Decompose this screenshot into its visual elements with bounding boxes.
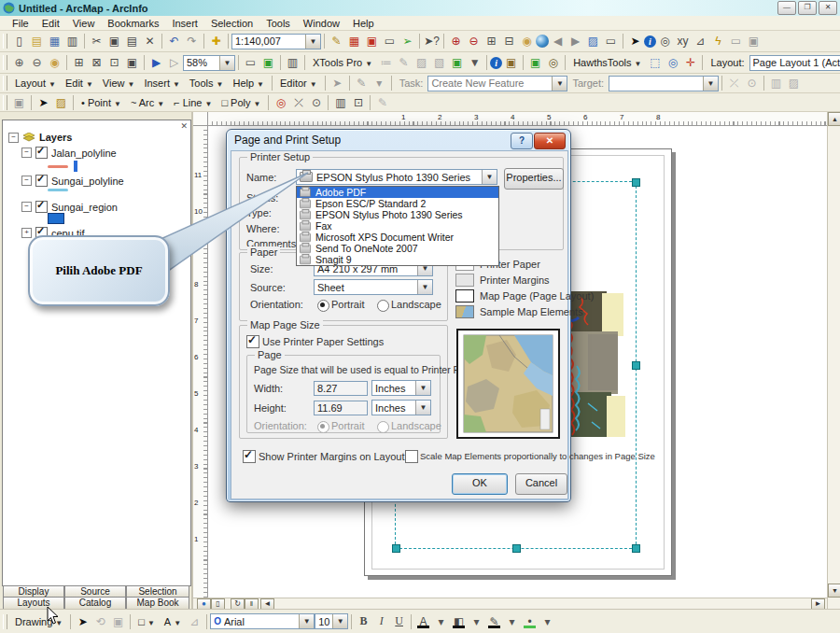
target-combo[interactable]: ▼ — [609, 76, 719, 91]
printer-option-adobe-pdf[interactable]: Adobe PDF — [297, 187, 498, 198]
printer-name-combo[interactable]: EPSON Stylus Photo 1390 Series ▼ — [296, 169, 497, 185]
printer-option-xps[interactable]: Microsoft XPS Document Writer — [297, 232, 498, 243]
minimize-button[interactable]: — — [777, 1, 796, 15]
layout-zoom-out-button[interactable]: ⊖ — [28, 54, 46, 71]
italic-button[interactable]: I — [372, 613, 390, 630]
measure-button[interactable]: ⊿ — [692, 33, 709, 49]
undo-button[interactable]: ↶ — [165, 33, 183, 49]
forward-extent-button[interactable]: ▶ — [567, 33, 584, 49]
task-combo[interactable]: Create New Feature▼ — [427, 76, 567, 91]
vertical-scrollbar[interactable]: ▲ ▼ — [827, 112, 840, 609]
layout-zoom-in-button[interactable]: ⊕ — [10, 54, 28, 71]
dropdown-arrow-icon[interactable]: ▼ — [332, 614, 347, 628]
dropdown-arrow-icon[interactable]: ▼ — [219, 56, 234, 70]
height-units-combo[interactable]: Inches ▼ — [371, 400, 431, 415]
tab-catalog[interactable]: Catalog — [64, 597, 126, 610]
print-button[interactable]: ▥ — [63, 33, 81, 49]
collapse-icon[interactable]: − — [21, 148, 32, 158]
sketch-tool-button[interactable]: ✎ — [353, 75, 371, 91]
jalan-symbol[interactable] — [48, 161, 77, 172]
layer-export-button[interactable]: ▣ — [526, 54, 544, 71]
use-printer-paper-checkbox[interactable] — [246, 335, 259, 348]
edit-vertices-button[interactable]: ⊿ — [186, 613, 203, 630]
printer-option-epson-escp[interactable]: Epson ESC/P Standard 2 — [297, 198, 498, 209]
layout-label[interactable]: Layout: — [706, 57, 749, 68]
xtools-edit-icon[interactable]: ✎ — [395, 54, 413, 71]
xtools-menu[interactable]: XTools Pro▼ — [308, 57, 377, 68]
fill-color-button[interactable]: ◧ — [450, 613, 468, 630]
search-button[interactable]: ◎ — [544, 54, 562, 71]
zoom-in-button[interactable]: ⊕ — [447, 33, 465, 49]
sketch-properties-button[interactable]: ▨ — [785, 75, 803, 91]
viewer-button[interactable]: ▣ — [745, 33, 763, 49]
collapse-icon[interactable]: − — [21, 202, 32, 212]
expand-icon[interactable]: + — [21, 228, 32, 238]
draw-zoom-button[interactable]: ▣ — [109, 613, 127, 630]
dropdown-arrow-icon[interactable]: ▼ — [482, 170, 497, 184]
line-color-button[interactable]: ✎ — [485, 613, 503, 630]
scroll-down-arrow[interactable]: ▼ — [828, 584, 840, 598]
save-button[interactable]: ▦ — [46, 33, 63, 49]
target-label[interactable]: Target: — [567, 77, 609, 89]
pan-button[interactable]: ◉ — [518, 33, 536, 49]
toggle-draft-button[interactable]: ▭ — [242, 54, 259, 71]
underline-button[interactable]: U — [390, 613, 408, 630]
dropdown-arrow-icon[interactable]: ▼ — [417, 280, 432, 294]
sketch-tool-arrow[interactable]: ▾ — [371, 75, 388, 91]
layout-pan-button[interactable]: ◉ — [46, 54, 63, 71]
toc-close-icon[interactable]: ✕ — [180, 121, 188, 131]
xtools-green-icon[interactable]: ▣ — [448, 54, 466, 71]
cut-button[interactable]: ✂ — [88, 33, 105, 49]
find-button[interactable]: ◎ — [656, 33, 674, 49]
properties-button[interactable]: Properties... — [504, 168, 564, 190]
printer-option-epson-stylus[interactable]: EPSON Stylus Photo 1390 Series — [297, 209, 498, 220]
arctoolbox-icon[interactable]: ▣ — [363, 33, 381, 49]
shape-tool[interactable]: □▼ — [133, 616, 160, 627]
fill-color-arrow[interactable]: ▾ — [468, 613, 485, 630]
menu-insert[interactable]: Insert — [165, 18, 204, 29]
menu-bookmarks[interactable]: Bookmarks — [101, 18, 165, 29]
restore-button[interactable]: ❐ — [798, 1, 817, 15]
xtools-clip-icon[interactable]: ▧ — [430, 54, 448, 71]
layout-combo[interactable]: Page Layout 1 (Active)▼ — [749, 55, 840, 71]
printer-option-onenote[interactable]: Send To OneNote 2007 — [297, 243, 498, 254]
dropdown-arrow-icon[interactable]: ▼ — [299, 614, 314, 628]
tab-map-book[interactable]: Map Book — [126, 597, 189, 610]
info-green-button[interactable]: i — [490, 57, 502, 69]
font-size-combo[interactable]: 10▼ — [315, 613, 348, 629]
attributes-table-button[interactable]: ▥ — [331, 94, 349, 111]
open-button[interactable]: ▤ — [28, 33, 46, 49]
dropdown-arrow-icon[interactable]: ▼ — [305, 35, 320, 49]
edit-menu[interactable]: Edit▼ — [61, 77, 98, 89]
go-back-extent-button[interactable]: ▶ — [147, 54, 165, 71]
scale-elements-checkbox[interactable] — [405, 450, 418, 463]
layer-checkbox[interactable] — [35, 201, 48, 213]
dropdown-arrow-icon[interactable]: ▼ — [415, 381, 430, 395]
font-combo[interactable]: OArial▼ — [210, 613, 315, 629]
dropdown-arrow-icon[interactable]: ▼ — [415, 401, 430, 415]
arccatalog-icon[interactable]: ▦ — [345, 33, 363, 49]
font-color-button[interactable]: A — [414, 613, 432, 630]
tools-menu[interactable]: Tools▼ — [185, 77, 229, 89]
midpoint-button[interactable]: ⊙ — [307, 94, 325, 111]
scale-combo[interactable]: 1:140,007▼ — [231, 34, 321, 49]
marker-color-button[interactable]: • — [521, 613, 539, 630]
hawths-zoom-icon[interactable]: ◎ — [664, 54, 681, 71]
hawths-select-box-icon[interactable]: ⬚ — [646, 54, 664, 71]
printer-option-fax[interactable]: Fax — [297, 220, 498, 232]
fixed-zoom-out-button[interactable]: ⊟ — [500, 33, 518, 49]
add-data-button[interactable]: ✚ — [207, 33, 225, 49]
identify-button[interactable]: i — [644, 35, 656, 48]
fixed-layout-zoom-in-button[interactable]: ⊡ — [105, 54, 123, 71]
sungai-region-symbol[interactable] — [48, 213, 64, 224]
selection-handle[interactable] — [632, 544, 640, 553]
copy-button[interactable]: ▣ — [105, 33, 123, 49]
printer-option-snagit[interactable]: Snagit 9 — [297, 254, 498, 265]
command-icon[interactable]: ▭ — [381, 33, 399, 49]
full-extent-button[interactable] — [536, 35, 549, 48]
back-extent-button[interactable]: ◀ — [549, 33, 567, 49]
font-color-arrow[interactable]: ▾ — [432, 613, 450, 630]
collapse-icon[interactable]: − — [8, 133, 19, 143]
show-margins-checkbox[interactable] — [243, 450, 256, 463]
menu-selection[interactable]: Selection — [204, 18, 259, 29]
